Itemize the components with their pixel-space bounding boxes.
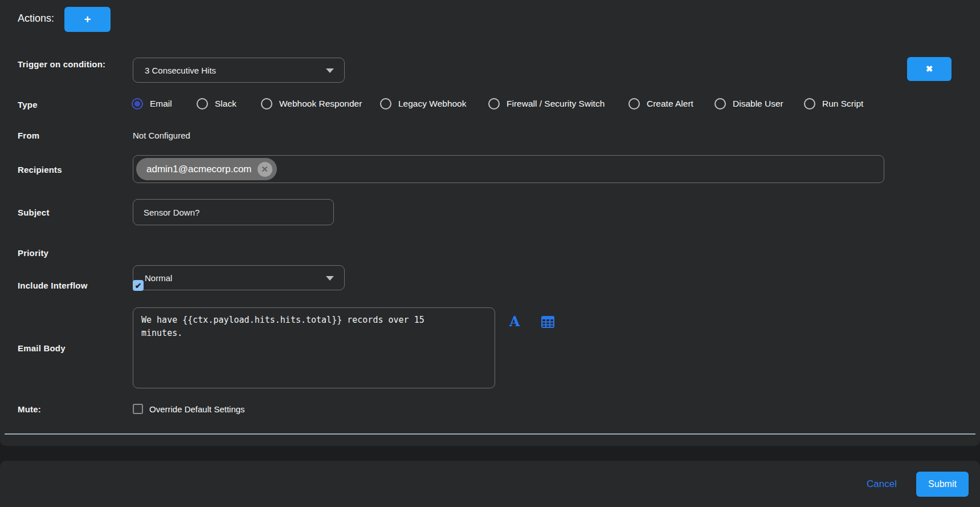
radio-button-icon: [197, 98, 208, 109]
trigger-condition-select[interactable]: 3 Consecutive Hits: [133, 58, 345, 83]
radio-webhook-responder[interactable]: Webhook Responder: [261, 98, 362, 109]
mute-label: Mute:: [18, 404, 41, 414]
priority-value: Normal: [145, 273, 172, 283]
trigger-condition-label: Trigger on condition:: [18, 59, 105, 69]
priority-label: Priority: [18, 248, 48, 258]
email-body-textarea[interactable]: We have {{ctx.payload.hits.hits.total}} …: [133, 307, 495, 388]
submit-button[interactable]: Submit: [916, 472, 969, 497]
insert-table-icon[interactable]: [541, 316, 554, 330]
radio-button-icon: [628, 98, 640, 109]
recipients-label: Recipients: [18, 165, 62, 175]
radio-firewall-security-switch[interactable]: Firewall / Security Switch: [488, 98, 605, 109]
include-interflow-checkbox[interactable]: ✔: [133, 280, 144, 291]
remove-action-button[interactable]: ✖: [907, 57, 952, 81]
radio-button-icon: [804, 98, 815, 109]
radio-create-alert[interactable]: Create Alert: [628, 98, 693, 109]
radio-email[interactable]: Email: [132, 98, 172, 109]
cancel-button[interactable]: Cancel: [867, 478, 897, 490]
include-interflow-label: Include Interflow: [18, 281, 88, 290]
radio-button-icon: [488, 98, 500, 109]
form-footer: Cancel Submit: [0, 461, 980, 507]
section-divider: [5, 433, 975, 435]
from-value: Not Configured: [133, 131, 190, 140]
close-icon: ✖: [926, 64, 933, 74]
action-form-panel: Actions: + Trigger on condition: 3 Conse…: [0, 0, 980, 446]
subject-input[interactable]: [133, 199, 334, 225]
mute-override-label: Override Default Settings: [149, 404, 245, 414]
from-label: From: [18, 131, 39, 140]
radio-legacy-webhook[interactable]: Legacy Webhook: [380, 98, 467, 109]
font-color-icon[interactable]: A: [509, 315, 520, 328]
action-editor-screen: Actions: + Trigger on condition: 3 Conse…: [0, 0, 980, 507]
radio-button-icon: [714, 98, 726, 109]
radio-button-icon: [132, 98, 143, 109]
chevron-down-icon: [326, 276, 334, 281]
plus-icon: +: [84, 13, 91, 26]
radio-button-icon: [261, 98, 272, 109]
type-radio-group: Email Slack Webhook Responder Legacy Web…: [0, 98, 980, 111]
trigger-condition-value: 3 Consecutive Hits: [145, 66, 216, 75]
recipient-chip: admin1@acmecorp.com ✕: [136, 158, 277, 180]
radio-run-script[interactable]: Run Script: [804, 98, 863, 109]
actions-title: Actions:: [18, 13, 54, 25]
email-body-label: Email Body: [18, 343, 66, 353]
radio-slack[interactable]: Slack: [197, 98, 236, 109]
recipients-input[interactable]: admin1@acmecorp.com ✕: [133, 155, 884, 183]
add-action-button[interactable]: +: [64, 7, 111, 32]
remove-recipient-icon[interactable]: ✕: [258, 162, 272, 177]
chevron-down-icon: [326, 68, 334, 73]
recipient-email: admin1@acmecorp.com: [146, 164, 252, 175]
radio-button-icon: [380, 98, 391, 109]
subject-label: Subject: [18, 208, 50, 217]
mute-override-checkbox[interactable]: [133, 404, 143, 414]
checkmark-icon: ✔: [135, 281, 142, 290]
radio-disable-user[interactable]: Disable User: [714, 98, 783, 109]
priority-select[interactable]: Normal: [133, 265, 345, 290]
